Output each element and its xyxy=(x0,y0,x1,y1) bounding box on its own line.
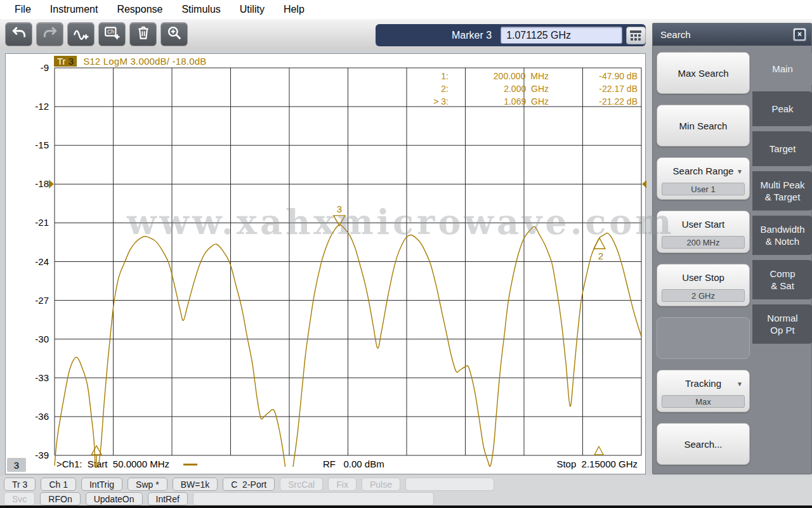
add-channel-icon: Ch xyxy=(104,25,121,44)
status-rfon[interactable]: RFOn xyxy=(40,492,80,505)
button-value: Max xyxy=(662,395,745,408)
marker-table-cell: -21.22 dB xyxy=(549,96,638,107)
tracking-button[interactable]: Tracking▼Max xyxy=(657,370,750,412)
search-panel-titlebar: Search × xyxy=(653,23,811,46)
status-bw-1k[interactable]: BW=1k xyxy=(173,478,218,491)
menu-item-file[interactable]: File xyxy=(6,2,39,17)
button-value: 2 GHz xyxy=(662,289,745,302)
status-updateon[interactable]: UpdateOn xyxy=(86,492,143,505)
marker-table-row: 1:200.000 MHz-47.90 dB xyxy=(422,70,643,82)
search-panel-buttons: Max SearchMin SearchSearch Range▼User 1U… xyxy=(653,46,752,476)
marker-readout-table: 1:200.000 MHz-47.90 dB2:2.000 GHz-22.17 … xyxy=(422,70,643,108)
trace-color-legend xyxy=(183,464,197,466)
status-ch-1[interactable]: Ch 1 xyxy=(41,478,76,491)
y-axis-tick-label: -30 xyxy=(16,334,49,344)
marker-table-cell: 200.000 MHz xyxy=(449,71,549,81)
status-c-2-port[interactable]: C 2-Port xyxy=(223,478,275,491)
button-value: User 1 xyxy=(662,183,745,195)
marker-table-cell: -47.90 dB xyxy=(549,71,638,81)
menu-bar: FileInstrumentResponseStimulusUtilityHel… xyxy=(0,0,812,19)
marker-table-cell: 2.000 GHz xyxy=(449,84,549,94)
marker-table-cell: 1.069 GHz xyxy=(449,96,549,107)
button-label: User Stop xyxy=(682,272,724,283)
y-axis-tick-label: -12 xyxy=(16,101,49,112)
y-axis-tick-label: -24 xyxy=(16,256,49,267)
button-value: 200 MHz xyxy=(662,236,745,249)
menu-item-response[interactable]: Response xyxy=(108,2,171,17)
button-label: Max Search xyxy=(678,68,728,79)
rf-power-label: RF 0.00 dBm xyxy=(323,459,384,469)
marker-3-symbol xyxy=(334,216,345,226)
marker-frequency-value: 1.071125 GHz xyxy=(506,30,571,41)
y-axis-tick-label: -9 xyxy=(16,62,49,73)
ref-level-triangle-right xyxy=(642,179,646,188)
close-button[interactable]: × xyxy=(793,28,806,41)
button-label: User Start xyxy=(682,219,725,230)
channel-badge[interactable]: 3 xyxy=(7,458,26,472)
trace-badge[interactable]: Tr 3 xyxy=(54,56,77,67)
marker-table-cell: 2: xyxy=(422,84,449,94)
tab-main[interactable]: Main xyxy=(752,51,812,86)
marker-entry-bar: Marker 3 1.071125 GHz xyxy=(376,24,646,46)
add-channel-button[interactable]: Ch xyxy=(98,22,126,46)
marker-3-label: 3 xyxy=(337,204,342,214)
tab-normal-op-pt[interactable]: Normal Op Pt xyxy=(752,304,812,344)
marker-2-symbol xyxy=(594,238,605,249)
max-search-button[interactable]: Max Search xyxy=(657,52,750,94)
button-label: Search Range xyxy=(673,166,734,176)
trace-badge-number: 3 xyxy=(69,56,74,67)
user-start-button[interactable]: User Start200 MHz xyxy=(657,211,750,253)
menu-item-instrument[interactable]: Instrument xyxy=(42,2,107,17)
button-label: Min Search xyxy=(679,120,728,131)
delete-button[interactable] xyxy=(129,22,157,46)
trace-header: Tr 3 S12 LogM 3.000dB/ -18.0dB xyxy=(54,55,206,67)
button-label: Tracking xyxy=(685,378,721,389)
search-range-button[interactable]: Search Range▼User 1 xyxy=(657,157,750,200)
stop-frequency-label: Stop 2.15000 GHz xyxy=(556,459,638,469)
search-panel-tabs: MainPeakTargetMulti Peak & TargetBandwid… xyxy=(752,51,812,349)
marker-1-symbol xyxy=(91,446,102,455)
svg-text:Ch: Ch xyxy=(107,29,114,35)
tab-peak[interactable]: Peak xyxy=(752,91,812,126)
tab-target[interactable]: Target xyxy=(752,131,812,166)
keypad-button[interactable] xyxy=(626,27,646,44)
menu-item-help[interactable]: Help xyxy=(275,2,313,17)
axis-marker-triangle xyxy=(594,446,603,455)
user-stop-button[interactable]: User Stop2 GHz xyxy=(657,264,750,306)
marker-table-cell: > 3: xyxy=(422,96,449,107)
plot-window: Tr 3 S12 LogM 3.000dB/ -18.0dB 1:200.000… xyxy=(5,53,646,474)
redo-button[interactable] xyxy=(36,22,63,46)
menu-item-utility[interactable]: Utility xyxy=(232,2,273,17)
marker-table-row: 2:2.000 GHz-22.17 dB xyxy=(422,82,643,95)
close-icon: × xyxy=(795,30,804,39)
status-inttrig[interactable]: IntTrig xyxy=(81,478,122,491)
marker-table-cell: 1: xyxy=(422,71,449,81)
y-axis-tick-label: -15 xyxy=(16,140,49,150)
marker-table-row: > 3:1.069 GHz-21.22 dB xyxy=(422,95,643,108)
search-button[interactable]: Search... xyxy=(657,423,750,465)
marker-frequency-input[interactable]: 1.071125 GHz xyxy=(501,27,622,44)
empty-button xyxy=(657,317,750,359)
search-panel: Search × Max SearchMin SearchSearch Rang… xyxy=(652,23,812,474)
s12-trace xyxy=(55,225,641,475)
tab-multi-peak-target[interactable]: Multi Peak & Target xyxy=(752,171,812,211)
status-bar: Tr 3Ch 1IntTrigSwp *BW=1kC 2-PortSrcCalF… xyxy=(0,476,812,505)
chevron-down-icon: ▼ xyxy=(737,381,743,388)
add-trace-button[interactable] xyxy=(67,22,95,46)
marker-entry-label: Marker 3 xyxy=(452,30,492,41)
tab-bandwidth-notch[interactable]: Bandwidth & Notch xyxy=(752,216,812,255)
undo-button[interactable] xyxy=(5,22,32,46)
keypad-icon xyxy=(630,30,641,33)
status-swp-[interactable]: Swp * xyxy=(128,478,167,491)
menu-item-stimulus[interactable]: Stimulus xyxy=(173,2,228,17)
min-search-button[interactable]: Min Search xyxy=(657,105,750,147)
tab-comp-sat[interactable]: Comp & Sat xyxy=(752,260,812,299)
status-svc: Svc xyxy=(4,492,35,505)
status-intref[interactable]: IntRef xyxy=(148,492,188,505)
zoom-button[interactable] xyxy=(160,22,188,46)
status-tr-3[interactable]: Tr 3 xyxy=(4,478,36,491)
plot-footer: 3 >Ch1: Start 50.0000 MHz RF 0.00 dBm St… xyxy=(6,456,646,472)
y-axis-tick-label: -27 xyxy=(16,295,49,306)
delete-icon xyxy=(135,25,152,44)
status-empty xyxy=(193,492,434,505)
